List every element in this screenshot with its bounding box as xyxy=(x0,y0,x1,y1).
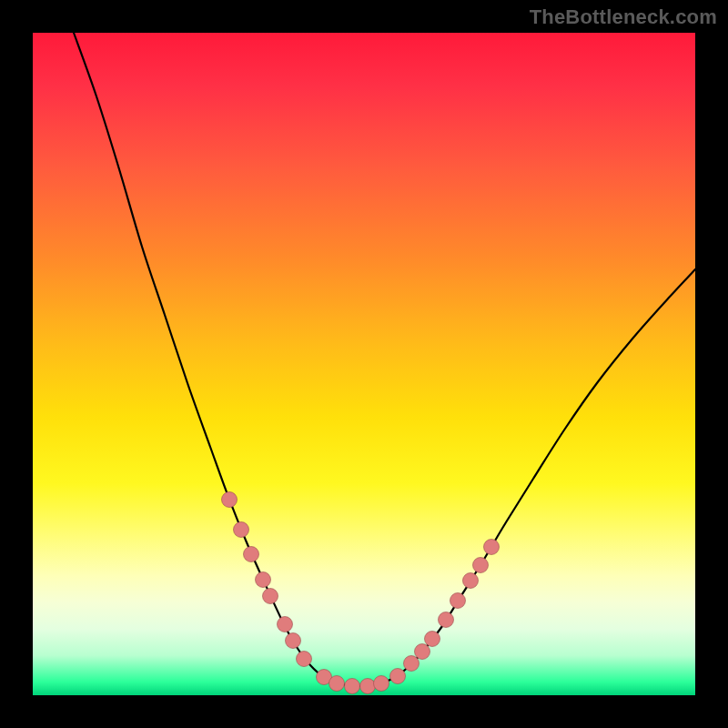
data-dot xyxy=(450,593,466,609)
data-dot xyxy=(256,572,271,588)
data-dot xyxy=(234,522,249,538)
data-dot xyxy=(360,679,376,694)
data-dots xyxy=(222,492,500,694)
watermark-label: TheBottleneck.com xyxy=(530,5,717,29)
data-dot xyxy=(484,540,500,555)
data-dot xyxy=(297,652,312,667)
data-dot xyxy=(473,558,489,573)
data-dot xyxy=(374,676,389,692)
data-dot xyxy=(286,633,301,649)
curve-svg xyxy=(33,33,695,695)
data-dot xyxy=(463,573,479,589)
data-dot xyxy=(222,492,238,508)
data-dot xyxy=(244,547,259,562)
data-dot xyxy=(415,644,430,660)
data-dot xyxy=(390,669,406,684)
data-dot xyxy=(425,632,440,647)
plot-area xyxy=(33,33,695,695)
data-dot xyxy=(439,612,454,628)
data-dot xyxy=(345,679,360,694)
chart-frame: TheBottleneck.com xyxy=(0,0,728,728)
data-dot xyxy=(263,589,278,604)
data-dot xyxy=(404,656,420,672)
data-dot xyxy=(278,617,293,632)
data-dot xyxy=(329,676,345,692)
bottleneck-curve xyxy=(74,33,695,686)
